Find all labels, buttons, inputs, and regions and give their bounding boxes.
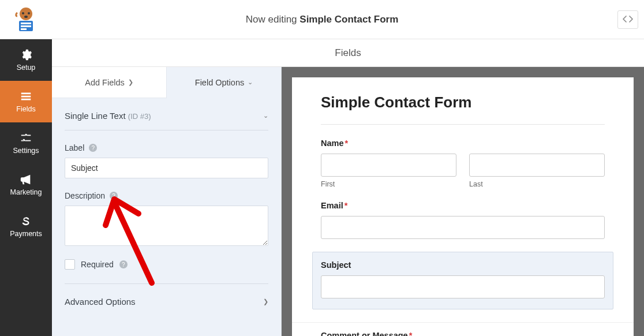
embed-code-button[interactable] (617, 10, 638, 29)
preview-email-label: Email* (321, 201, 605, 210)
required-asterisk: * (345, 139, 349, 148)
name-row: First Last (321, 154, 605, 188)
preview-name-field[interactable]: Name* First Last (321, 139, 605, 188)
help-icon[interactable]: ? (89, 144, 97, 152)
wpforms-logo-icon (12, 6, 40, 33)
preview-name-label: Name* (321, 139, 605, 148)
svg-point-0 (20, 8, 32, 20)
chevron-right-icon: ❯ (128, 79, 133, 86)
label-text: Label (65, 143, 84, 152)
main-area: Add Fields ❯ Field Options ⌄ Single Line… (52, 67, 644, 336)
tab-field-options-label: Field Options (195, 78, 244, 87)
preview-email-field[interactable]: Email* (321, 201, 605, 239)
advanced-options-toggle[interactable]: Advanced Options ❯ (65, 284, 268, 319)
tab-add-fields-label: Add Fields (85, 78, 125, 87)
name-first-input[interactable] (321, 154, 456, 177)
description-option-group: Description ? (65, 191, 268, 248)
preview-email-label-text: Email (321, 201, 343, 210)
preview-comment-field[interactable]: Comment or Message* (321, 331, 605, 336)
required-asterisk: * (345, 201, 348, 210)
svg-point-1 (22, 12, 24, 14)
tab-add-fields[interactable]: Add Fields ❯ (52, 67, 167, 98)
chevron-down-icon: ⌄ (248, 79, 253, 86)
preview-comment-label: Comment or Message* (321, 331, 605, 336)
chevron-down-icon: ⌄ (263, 112, 268, 120)
svg-point-3 (24, 16, 28, 18)
nav-marketing[interactable]: Marketing (0, 164, 52, 206)
bullhorn-icon (20, 173, 32, 186)
description-option-label: Description ? (65, 191, 268, 200)
name-first-sublabel: First (321, 180, 456, 188)
editing-banner: Now editing Simple Contact Form (0, 14, 644, 25)
fields-header-label: Fields (335, 47, 361, 59)
preview-name-label-text: Name (321, 139, 344, 148)
field-type-name: Single Line Text (65, 111, 126, 121)
list-icon (20, 90, 32, 103)
gear-icon (20, 48, 32, 61)
svg-rect-6 (21, 25, 31, 27)
chevron-right-icon: ❯ (263, 298, 268, 305)
nav-setup-label: Setup (17, 64, 36, 72)
side-nav: Setup Fields Settings Marketing Payments (0, 39, 52, 336)
field-heading-title: Single Line Text (ID #3) (65, 111, 151, 121)
code-icon (623, 15, 633, 25)
field-options-panel: Add Fields ❯ Field Options ⌄ Single Line… (52, 67, 282, 336)
email-input[interactable] (321, 216, 605, 239)
advanced-options-label: Advanced Options (65, 297, 136, 307)
required-row: Required ? (65, 259, 268, 284)
name-last-col: Last (469, 154, 605, 188)
nav-payments-label: Payments (10, 230, 42, 238)
field-id-text: (ID #3) (128, 112, 151, 121)
required-checkbox[interactable] (65, 259, 75, 270)
nav-settings-label: Settings (13, 147, 39, 155)
name-last-sublabel: Last (469, 180, 605, 188)
editing-prefix: Now editing (246, 14, 297, 25)
help-icon[interactable]: ? (110, 192, 118, 200)
description-text: Description (65, 191, 105, 200)
svg-point-2 (28, 12, 30, 14)
field-divider (292, 322, 634, 323)
preview-wrap: Simple Contact Form Name* First Last (282, 67, 644, 336)
nav-settings[interactable]: Settings (0, 122, 52, 164)
field-heading-toggle[interactable]: Single Line Text (ID #3) ⌄ (65, 111, 268, 130)
nav-setup[interactable]: Setup (0, 39, 52, 81)
description-textarea[interactable] (65, 206, 268, 246)
logo[interactable] (0, 0, 52, 39)
required-label: Required (81, 260, 114, 269)
panel-body: Single Line Text (ID #3) ⌄ Label ? Descr… (52, 98, 281, 319)
preview-surface: Simple Contact Form Name* First Last (292, 77, 634, 336)
subject-input[interactable] (321, 275, 605, 298)
label-option-label: Label ? (65, 143, 268, 152)
nav-marketing-label: Marketing (10, 188, 42, 196)
label-input[interactable] (65, 158, 268, 178)
sliders-icon (20, 132, 32, 144)
tab-field-options[interactable]: Field Options ⌄ (167, 67, 281, 98)
nav-fields[interactable]: Fields (0, 81, 52, 122)
preview-form-title: Simple Contact Form (321, 94, 605, 125)
svg-rect-7 (21, 28, 27, 30)
help-icon[interactable]: ? (119, 260, 128, 268)
preview-comment-label-text: Comment or Message (321, 331, 408, 336)
name-last-input[interactable] (469, 154, 605, 177)
nav-fields-label: Fields (16, 105, 35, 113)
nav-payments[interactable]: Payments (0, 206, 52, 247)
top-bar: Now editing Simple Contact Form (0, 0, 644, 39)
name-first-col: First (321, 154, 456, 188)
svg-rect-5 (21, 23, 31, 24)
label-option-group: Label ? (65, 143, 268, 178)
editing-form-name: Simple Contact Form (299, 14, 398, 25)
dollar-icon (20, 215, 32, 227)
fields-header: Fields (52, 39, 644, 67)
required-asterisk: * (409, 331, 413, 336)
preview-subject-field[interactable]: Subject (312, 252, 613, 309)
preview-subject-label: Subject (321, 260, 605, 270)
panel-tabs: Add Fields ❯ Field Options ⌄ (52, 67, 281, 98)
